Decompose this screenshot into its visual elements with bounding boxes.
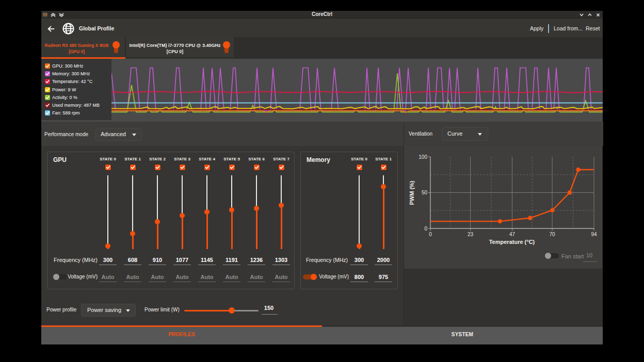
svg-text:PWM (%): PWM (%) [409,180,415,205]
svg-text:23: 23 [468,232,474,237]
svg-text:100: 100 [418,154,427,160]
svg-text:94: 94 [591,232,597,237]
svg-text:0: 0 [424,226,427,232]
svg-text:70: 70 [550,232,556,237]
svg-text:50: 50 [422,190,428,195]
svg-text:0: 0 [429,232,432,237]
svg-text:Temperature (°C): Temperature (°C) [489,239,535,245]
svg-text:47: 47 [509,232,516,237]
